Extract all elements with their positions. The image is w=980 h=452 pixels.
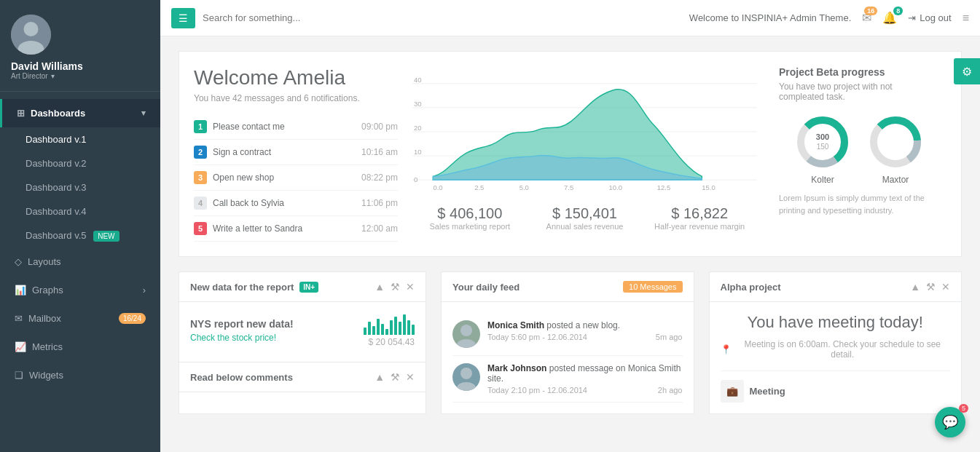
todo-text-5: Write a letter to Sandra xyxy=(213,223,356,234)
collapse-icon[interactable]: ▲ xyxy=(375,371,385,383)
settings-lines-icon[interactable]: ≡ xyxy=(963,12,969,25)
feed-widget-header: Your daily feed 10 Messages xyxy=(442,272,694,302)
chat-icon: 💬 xyxy=(942,414,958,430)
todo-text-4: Call back to Sylvia xyxy=(213,198,356,208)
feed-widget-body: Monica Smith posted a new blog. Today 5:… xyxy=(442,302,694,413)
project-beta-subtitle: You have two project with not compleated… xyxy=(779,82,939,102)
mini-bar xyxy=(394,317,397,335)
svg-point-31 xyxy=(457,382,476,391)
feed-item: Monica Smith posted a new blog. Today 5:… xyxy=(452,313,683,356)
mail-button[interactable]: ✉ 16 xyxy=(862,11,871,25)
nys-report-right: $ 20 054.43 xyxy=(364,313,415,347)
svg-point-30 xyxy=(460,368,472,379)
welcome-left: Welcome Amelia You have 42 messages and … xyxy=(194,66,398,242)
mini-bars xyxy=(364,313,415,335)
chart-stats: $ 406,100 Sales marketing report $ 150,4… xyxy=(412,205,757,231)
search-input[interactable] xyxy=(203,12,682,23)
nys-report-link[interactable]: Check the stock price! xyxy=(190,333,276,343)
close-icon[interactable]: ✕ xyxy=(406,281,415,293)
nys-report-title: NYS report new data! xyxy=(190,318,294,330)
welcome-text: Welcome to INSPINIA+ Admin Theme. xyxy=(689,12,851,23)
mini-bar xyxy=(385,329,388,335)
sidebar-item-dashboard-v4[interactable]: Dashboard v.4 xyxy=(0,199,160,223)
stat-value-1: $ 406,100 xyxy=(412,205,528,222)
bell-button[interactable]: 🔔 8 xyxy=(882,11,897,25)
svg-text:5.0: 5.0 xyxy=(520,183,529,191)
collapse-icon[interactable]: ▲ xyxy=(375,281,385,293)
todo-item: 2 Sign a contract 10:16 am xyxy=(194,140,398,165)
kolter-label: Kolter xyxy=(793,175,852,185)
sidebar-item-dashboard-v1[interactable]: Dashboard v.1 xyxy=(0,127,160,151)
logout-icon: ⇥ xyxy=(908,12,916,23)
sidebar-item-graphs[interactable]: 📊 Graphs › xyxy=(0,276,160,304)
sidebar: David Williams Art Director ▾ ⊞ Dashboar… xyxy=(0,0,160,452)
user-role: Art Director ▾ xyxy=(11,72,55,80)
bell-badge: 8 xyxy=(893,7,903,15)
sidebar-item-widgets[interactable]: ❑ Widgets xyxy=(0,361,160,389)
mini-bar xyxy=(372,326,375,335)
project-beta-section: Project Beta progress You have two proje… xyxy=(772,66,946,242)
svg-text:2.5: 2.5 xyxy=(474,183,484,191)
settings-icon[interactable]: ⚒ xyxy=(391,281,400,293)
close-icon[interactable]: ✕ xyxy=(941,281,950,293)
chevron-right-icon: › xyxy=(143,285,146,296)
grid-icon: ⊞ xyxy=(17,108,25,119)
todo-time-3: 08:22 pm xyxy=(361,173,398,183)
todo-time-1: 09:00 pm xyxy=(361,122,398,132)
close-icon[interactable]: ✕ xyxy=(406,371,415,383)
topbar-right: Welcome to INSPINIA+ Admin Theme. ✉ 16 🔔… xyxy=(689,11,969,25)
chart-stat-2: $ 150,401 Annual sales revenue xyxy=(528,205,643,231)
svg-point-28 xyxy=(460,325,472,336)
feed-avatar-1 xyxy=(452,320,480,348)
sidebar-item-dashboard-v5[interactable]: Dashboard v.5 NEW xyxy=(0,223,160,247)
feed-time-row-1: Today 5:60 pm - 12.06.2014 5m ago xyxy=(487,333,683,341)
gear-float-button[interactable]: ⚙ xyxy=(954,58,980,84)
area-chart: 40 30 20 10 0 0.0 2.5 5.0 7.5 10.0 12.5 … xyxy=(412,66,757,197)
settings-icon[interactable]: ⚒ xyxy=(391,371,400,383)
todo-text-1: Please contact me xyxy=(213,122,356,132)
stat-label-3: Half-year revenue margin xyxy=(642,222,757,231)
todo-time-2: 10:16 am xyxy=(361,147,398,157)
sidebar-item-layouts[interactable]: ◇ Layouts xyxy=(0,247,160,276)
report-widget: New data for the report IN+ ▲ ⚒ ✕ NYS re… xyxy=(179,271,426,414)
feed-badge: 10 Messages xyxy=(623,281,682,293)
sidebar-item-mailbox[interactable]: ✉ Mailbox 16/24 xyxy=(0,304,160,333)
svg-text:10.0: 10.0 xyxy=(609,183,622,191)
todo-item: 1 Please contact me 09:00 pm xyxy=(194,114,398,140)
report-widget-body: NYS report new data! Check the stock pri… xyxy=(179,302,426,358)
briefcase-icon: 💼 xyxy=(726,386,738,397)
stat-label-2: Annual sales revenue xyxy=(528,222,643,231)
svg-text:0.0: 0.0 xyxy=(433,183,442,191)
chat-badge: 5 xyxy=(959,404,968,413)
todo-time-4: 11:06 pm xyxy=(361,198,398,208)
maxtor-donut: Maxtor xyxy=(866,113,925,185)
new-badge: NEW xyxy=(93,231,119,242)
collapse-icon[interactable]: ▲ xyxy=(910,281,920,293)
welcome-subtitle: You have 42 messages and 6 notifications… xyxy=(194,93,398,103)
sidebar-item-dashboard-v2[interactable]: Dashboard v.2 xyxy=(0,151,160,175)
todo-num-3: 3 xyxy=(194,171,207,184)
location-icon: 📍 xyxy=(721,344,732,354)
sidebar-item-dashboards[interactable]: ⊞ Dashboards ▾ xyxy=(0,99,160,127)
in-badge: IN+ xyxy=(299,282,318,293)
mini-bar xyxy=(364,328,366,335)
nys-report-left: NYS report new data! Check the stock pri… xyxy=(190,318,294,343)
todo-num-4: 4 xyxy=(194,197,207,210)
sidebar-item-metrics[interactable]: 📈 Metrics xyxy=(0,333,160,361)
feed-widget-title: Your daily feed xyxy=(452,282,520,293)
chat-float-button[interactable]: 💬 5 xyxy=(935,407,965,437)
feed-ago-1: 5m ago xyxy=(656,333,683,341)
metrics-icon: 📈 xyxy=(15,341,26,352)
svg-text:12.5: 12.5 xyxy=(657,183,670,191)
svg-text:40: 40 xyxy=(414,76,422,84)
settings-icon[interactable]: ⚒ xyxy=(926,281,936,293)
comments-widget-title: Read below comments xyxy=(190,372,293,383)
menu-toggle-button[interactable]: ☰ xyxy=(171,8,195,28)
chart-stat-3: $ 16,822 Half-year revenue margin xyxy=(642,205,757,231)
meeting-desc: 📍 Meeting is on 6:00am. Check your sched… xyxy=(721,339,951,360)
logout-button[interactable]: ⇥ Log out xyxy=(908,12,951,23)
feed-content-1: Monica Smith posted a new blog. Today 5:… xyxy=(487,320,683,348)
sidebar-item-dashboard-v3[interactable]: Dashboard v.3 xyxy=(0,175,160,199)
stat-label-1: Sales marketing report xyxy=(412,222,528,231)
svg-point-29 xyxy=(457,339,476,348)
